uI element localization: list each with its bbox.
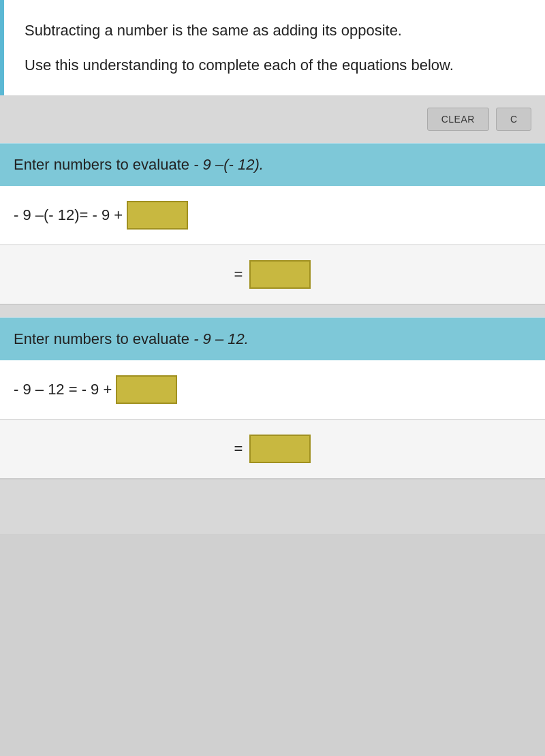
clear-button[interactable]: CLEAR (427, 108, 489, 131)
intro-section: Subtracting a number is the same as addi… (0, 0, 545, 95)
equation1-result-equals: = (234, 266, 243, 283)
check-button[interactable]: C (496, 108, 531, 131)
equation2-header-prefix: Enter numbers to evaluate (14, 330, 189, 347)
equation2-result-equals: = (234, 440, 243, 458)
equation1-result-section: = (0, 245, 545, 305)
equation1-header-prefix: Enter numbers to evaluate (14, 156, 189, 173)
equation2-block: Enter numbers to evaluate - 9 – 12. - 9 … (0, 317, 545, 420)
equation2-body: - 9 – 12 = - 9 + (0, 360, 545, 420)
gap1 (0, 305, 545, 317)
equation1-body-text: - 9 –(- 12)= - 9 + (14, 206, 123, 224)
equation1-result-input[interactable] (249, 260, 311, 289)
equation1-header: Enter numbers to evaluate - 9 –(- 12). (0, 143, 545, 186)
equation1-block: Enter numbers to evaluate - 9 –(- 12). -… (0, 143, 545, 245)
equation1-header-equation: - 9 –(- 12). (193, 156, 264, 173)
equation2-header: Enter numbers to evaluate - 9 – 12. (0, 317, 545, 360)
equation2-body-text: - 9 – 12 = - 9 + (14, 381, 112, 398)
bottom-gap (0, 479, 545, 534)
toolbar: CLEAR C (0, 95, 545, 143)
intro-line1: Subtracting a number is the same as addi… (25, 19, 525, 42)
equation2-header-equation: - 9 – 12. (193, 330, 249, 347)
equation2-result-section: = (0, 420, 545, 479)
equation2-result-input[interactable] (249, 435, 311, 463)
equation2-input[interactable] (116, 375, 177, 404)
equation1-input[interactable] (127, 201, 188, 230)
intro-line2: Use this understanding to complete each … (25, 54, 525, 76)
equation1-body: - 9 –(- 12)= - 9 + (0, 186, 545, 245)
